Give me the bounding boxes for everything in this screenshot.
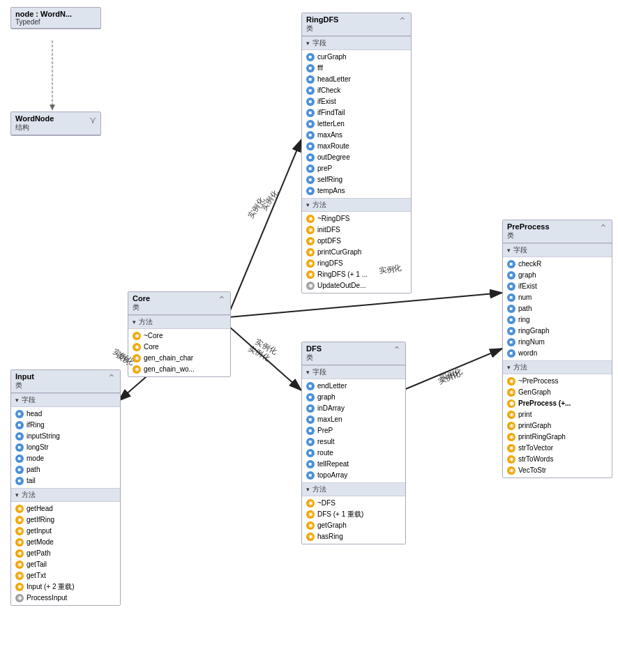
method-icon: ◉	[306, 237, 315, 245]
list-item: ◉getInput	[11, 526, 120, 537]
box-wordnode-typedef[interactable]: node : WordN... Typedef	[10, 7, 101, 29]
field-icon: ■	[507, 260, 515, 268]
list-item: ■maxRoute	[302, 141, 411, 152]
box-preprocess-header: PreProcess 类 ⌃	[503, 220, 612, 243]
list-item: ◉strToWords	[503, 454, 612, 465]
core-methods-list: ◉~Core ◉Core ◉gen_chain_char ◉gen_chain_…	[128, 329, 230, 376]
field-icon: ■	[306, 427, 315, 435]
field-icon: ■	[15, 432, 24, 441]
method-icon: ◉	[507, 411, 515, 419]
preprocess-fields-header: ▾ 字段	[503, 243, 612, 257]
box-input[interactable]: Input 类 ⌃ ▾ 字段 ■head ■ifRing ■inputStrin…	[10, 369, 121, 606]
field-icon: ■	[306, 471, 315, 480]
method-icon: ◉	[306, 499, 315, 507]
list-item: ■tempAns	[302, 185, 411, 197]
list-item: ◉getGraph	[302, 520, 405, 531]
method-icon: ◉	[15, 560, 24, 569]
list-item: ◉getMode	[11, 537, 120, 548]
method-icon: ◉	[15, 549, 24, 558]
dfs-name: DFS	[306, 344, 322, 353]
list-item: ◉printGraph	[503, 420, 612, 432]
field-icon: ■	[306, 438, 315, 446]
list-item: ■PreP	[302, 425, 405, 436]
field-icon: ■	[306, 64, 315, 72]
list-item: ◉print	[503, 409, 612, 420]
field-icon: ■	[306, 460, 315, 468]
box-preprocess[interactable]: PreProcess 类 ⌃ ▾ 字段 ■checkR ■graph ■ifEx…	[502, 220, 612, 478]
box-wordnode-typedef-header: node : WordN... Typedef	[11, 8, 100, 29]
method-icon: ◉	[133, 332, 141, 340]
ringdfs-expand-icon[interactable]: ⌃	[398, 15, 407, 26]
field-icon: ■	[306, 53, 315, 61]
list-item: ■mode	[11, 453, 120, 464]
ringdfs-fields-list: ■curGraph ■fff ■headLetter ■ifCheck ■ifE…	[302, 50, 411, 198]
list-item: ■ifRing	[11, 420, 120, 431]
wordnode-typedef-stereotype: Typedef	[15, 18, 72, 26]
list-item: ◉ProcessInput	[11, 593, 120, 604]
field-icon: ■	[306, 187, 315, 195]
method-icon: ◉	[507, 377, 515, 385]
wordnode-expand-icon[interactable]: ⋎	[89, 114, 96, 125]
preprocess-fields-list: ■checkR ■graph ■ifExist ■num ■path ■ring…	[503, 257, 612, 360]
list-item: ■ring	[503, 314, 612, 326]
label-core-dfs: 实例化	[253, 337, 278, 357]
field-icon: ■	[306, 75, 315, 84]
method-icon: ◉	[15, 572, 24, 580]
preprocess-methods-list: ◉~PreProcess ◉GenGraph ◉PreProcess (+...…	[503, 374, 612, 478]
list-item: ■graph	[503, 270, 612, 281]
list-item: ■curGraph	[302, 52, 411, 63]
method-icon: ◉	[306, 510, 315, 519]
method-icon: ◉	[507, 388, 515, 397]
list-item: ■tellRepeat	[302, 459, 405, 470]
list-item: ◉Core	[128, 342, 230, 353]
list-item: ■ringNum	[503, 337, 612, 348]
list-item: ◉gen_chain_wo...	[128, 364, 230, 375]
preprocess-expand-icon[interactable]: ⌃	[599, 222, 608, 234]
list-item: ◉ringDFS	[302, 258, 411, 269]
method-icon: ◉	[507, 399, 515, 408]
field-icon: ■	[507, 282, 515, 291]
list-item: ■ifFindTail	[302, 107, 411, 119]
dfs-expand-icon[interactable]: ⌃	[393, 344, 401, 356]
list-item: ■ringGraph	[503, 326, 612, 337]
list-item: ◉strToVector	[503, 443, 612, 454]
list-item: ■num	[503, 292, 612, 303]
box-core[interactable]: Core 类 ⌃ ▾ 方法 ◉~Core ◉Core ◉gen_chain_ch…	[128, 291, 231, 377]
box-wordnode[interactable]: WordNode 结构 ⋎	[10, 112, 101, 136]
method-icon: ◉	[15, 594, 24, 602]
field-icon: ■	[306, 109, 315, 117]
list-item: ◉DFS (+ 1 重载)	[302, 509, 405, 520]
list-item: ◉optDFS	[302, 236, 411, 247]
box-dfs[interactable]: DFS 类 ⌃ ▾ 字段 ■endLetter ■graph ■inDArray…	[301, 342, 406, 544]
list-item: ■headLetter	[302, 74, 411, 85]
list-item: ■outDegree	[302, 152, 411, 163]
list-item: ■topoArray	[302, 470, 405, 481]
ringdfs-name: RingDFS	[306, 15, 338, 24]
input-expand-icon[interactable]: ⌃	[107, 372, 116, 383]
preprocess-stereotype: 类	[507, 231, 550, 240]
method-icon: ◉	[306, 533, 315, 541]
input-methods-list: ◉getHead ◉getIfRing ◉getInput ◉getMode ◉…	[11, 502, 120, 605]
list-item: ■selfRing	[302, 174, 411, 185]
box-wordnode-header: WordNode 结构 ⋎	[11, 112, 100, 135]
field-icon: ■	[306, 404, 315, 413]
field-icon: ■	[15, 466, 24, 474]
list-item: ■preP	[302, 163, 411, 174]
field-icon: ■	[306, 176, 315, 184]
box-ringdfs[interactable]: RingDFS 类 ⌃ ▾ 字段 ■curGraph ■fff ■headLet…	[301, 13, 412, 293]
list-item: ◉getTxt	[11, 570, 120, 581]
field-icon: ■	[306, 86, 315, 95]
ringdfs-fields-header: ▾ 字段	[302, 36, 411, 50]
method-icon: ◉	[306, 521, 315, 530]
list-item: ■path	[11, 464, 120, 475]
input-stereotype: 类	[15, 381, 34, 390]
list-item: ◉~RingDFS	[302, 213, 411, 224]
wordnode-typedef-name: node : WordN...	[15, 10, 72, 18]
field-icon: ■	[507, 293, 515, 302]
core-expand-icon[interactable]: ⌃	[218, 294, 226, 305]
method-icon: ◉	[507, 444, 515, 452]
list-item: ◉~Core	[128, 330, 230, 342]
method-icon: ◉	[15, 583, 24, 591]
list-item: ◉VecToStr	[503, 465, 612, 476]
ringdfs-methods-list: ◉~RingDFS ◉initDFS ◉optDFS ◉printCurGrap…	[302, 212, 411, 293]
